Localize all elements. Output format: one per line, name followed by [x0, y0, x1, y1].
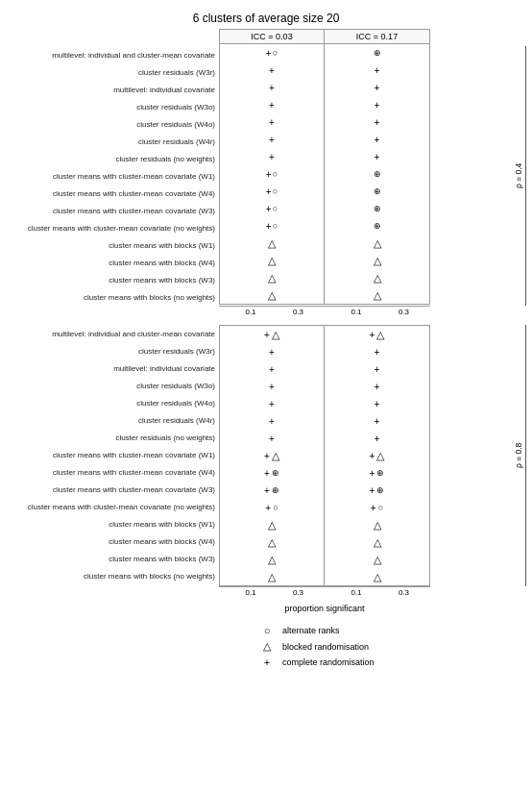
table-row: ⊕	[325, 217, 429, 235]
chart-container: 6 clusters of average size 20 multilevel…	[0, 0, 532, 676]
list-item: cluster means with blocks (no weights)	[8, 567, 219, 584]
list-item: cluster means with blocks (W3)	[8, 550, 219, 567]
bottom-x-axis: 0.1 0.3 0.1 0.3	[219, 586, 524, 602]
table-row: △	[220, 516, 324, 533]
legend-label: alternate ranks	[282, 626, 340, 635]
list-item: cluster means with blocks (W1)	[8, 236, 219, 254]
table-row: +△	[220, 447, 324, 464]
table-row: +△	[325, 447, 429, 464]
table-row: +	[220, 360, 324, 378]
legend-label: complete randomisation	[282, 657, 375, 667]
list-item: multilevel: individual and cluster-mean …	[8, 325, 219, 342]
list-item: cluster means with cluster-mean covariat…	[8, 219, 219, 236]
list-item: cluster residuals (no weights)	[8, 150, 219, 167]
list-item: cluster means with blocks (W3)	[8, 271, 219, 288]
icc1-header: ICC = 0.03	[219, 29, 325, 44]
table-row: +○	[220, 165, 324, 183]
icc2-rows-bottom: +△ + + + + + + +△ +⊕ +⊕ +○ △ △ △ △	[325, 325, 430, 586]
table-row: +	[325, 395, 429, 412]
top-panel: multilevel: individual and cluster-mean …	[8, 29, 524, 306]
table-row: +	[220, 430, 324, 447]
list-item: cluster residuals (W4r)	[8, 411, 219, 429]
list-item: multilevel: individual and cluster-mean …	[8, 46, 219, 63]
legend-item: + complete randomisation	[257, 656, 524, 668]
icc1-block-top: ICC = 0.03 + ○ + + + + + + +○ +○ +○	[219, 29, 325, 306]
table-row: +	[220, 62, 324, 79]
table-row: ⊕	[325, 200, 429, 217]
table-row: +	[220, 395, 324, 412]
list-item: cluster means with cluster-mean covariat…	[8, 167, 219, 185]
table-row: ⊕	[325, 165, 429, 183]
list-item: cluster means with cluster-mean covariat…	[8, 185, 219, 202]
plus-icon: +	[257, 656, 277, 668]
table-row: △	[325, 252, 429, 269]
table-row: + ○	[220, 44, 324, 62]
main-title: 6 clusters of average size 20	[8, 4, 524, 29]
table-row: +	[325, 131, 429, 148]
table-row: △	[220, 252, 324, 269]
icc2-rows-top: ⊕ + + + + + + ⊕ ⊕ ⊕ ⊕ △ △ △ △	[325, 44, 430, 305]
table-row: +⊕	[325, 482, 429, 499]
table-row: +	[220, 343, 324, 360]
list-item: cluster residuals (W3r)	[8, 63, 219, 81]
icc2-block-bottom: +△ + + + + + + +△ +⊕ +⊕ +○ △ △ △ △	[325, 325, 430, 586]
table-row: +⊕	[325, 464, 429, 482]
table-row: △	[325, 516, 429, 533]
list-item: cluster means with cluster-mean covariat…	[8, 446, 219, 463]
x-axis-label: proportion significant	[219, 604, 430, 613]
table-row: △	[325, 269, 429, 286]
list-item: cluster means with cluster-mean covariat…	[8, 463, 219, 481]
triangle-icon: △	[257, 640, 277, 653]
table-row: +	[325, 360, 429, 378]
top-x-axis: 0.1 0.3 0.1 0.3	[219, 306, 524, 321]
table-row: +	[325, 62, 429, 79]
table-row: +	[325, 343, 429, 360]
list-item: multilevel: individual covariate	[8, 81, 219, 98]
table-row: +○	[220, 183, 324, 200]
list-item: cluster residuals (W4r)	[8, 133, 219, 150]
table-row: +	[325, 79, 429, 96]
list-item: cluster residuals (W4o)	[8, 394, 219, 411]
table-row: +△	[325, 326, 429, 343]
list-item: cluster means with cluster-mean covariat…	[8, 202, 219, 219]
legend-item: ○ alternate ranks	[257, 625, 524, 636]
table-row: +	[220, 79, 324, 96]
table-row: ⊕	[325, 183, 429, 200]
legend: ○ alternate ranks △ blocked randomisatio…	[257, 625, 524, 668]
table-row: +⊕	[220, 482, 324, 499]
list-item: cluster means with blocks (W4)	[8, 254, 219, 271]
legend-item: △ blocked randomisation	[257, 640, 524, 653]
list-item: cluster means with blocks (no weights)	[8, 288, 219, 306]
list-item: cluster means with blocks (W1)	[8, 515, 219, 532]
table-row: +○	[220, 217, 324, 235]
table-row: △	[220, 533, 324, 551]
table-row: +	[220, 148, 324, 165]
circle-icon: ○	[257, 625, 277, 636]
table-row: +○	[220, 499, 324, 516]
table-row: +	[325, 412, 429, 430]
legend-label: blocked randomisation	[282, 642, 369, 652]
icc2-header: ICC = 0.17	[325, 29, 430, 44]
top-row-labels: multilevel: individual and cluster-mean …	[8, 46, 219, 306]
bottom-plot-area: +△ + + + + + + +△ +⊕ +⊕ +○ △ △ △ △	[219, 325, 430, 586]
rho-label-bottom: ρ = 0.8	[514, 325, 526, 586]
table-row: +	[325, 430, 429, 447]
list-item: cluster means with blocks (W4)	[8, 532, 219, 550]
table-row: +	[220, 131, 324, 148]
table-row: △	[325, 551, 429, 568]
list-item: multilevel: individual covariate	[8, 359, 219, 377]
rho-label-top: ρ = 0.4	[514, 46, 526, 306]
icc1-rows-top: + ○ + + + + + + +○ +○ +○ +○ △ △ △ △	[219, 44, 325, 305]
table-row: △	[220, 551, 324, 568]
list-item: cluster residuals (W4o)	[8, 115, 219, 133]
list-item: cluster means with cluster-mean covariat…	[8, 481, 219, 498]
table-row: △	[220, 286, 324, 304]
top-plot-area: ICC = 0.03 + ○ + + + + + + +○ +○ +○	[219, 29, 430, 306]
table-row: △	[220, 568, 324, 585]
table-row: +△	[220, 326, 324, 343]
table-row: △	[325, 286, 429, 304]
table-row: △	[220, 269, 324, 286]
table-row: ⊕	[325, 44, 429, 62]
table-row: +	[325, 96, 429, 113]
list-item: cluster residuals (W3o)	[8, 98, 219, 115]
